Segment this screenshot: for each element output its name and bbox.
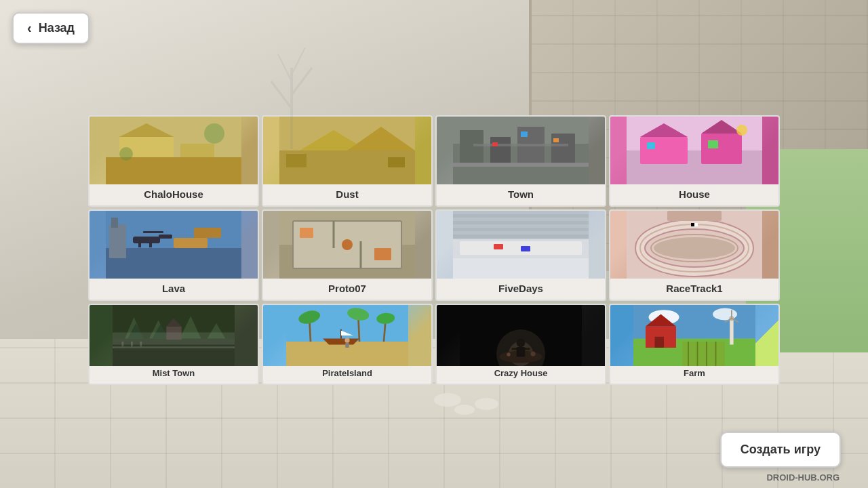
- blob-decoration: [454, 405, 475, 415]
- svg-rect-9: [106, 157, 241, 184]
- watermark: DROID-HUB.ORG: [766, 472, 840, 483]
- map-card-proto07[interactable]: Proto07: [262, 209, 433, 301]
- map-thumbnail-proto07: [263, 211, 431, 279]
- map-label-farm: Farm: [610, 366, 778, 380]
- svg-rect-47: [174, 238, 208, 248]
- map-card-pirateisland[interactable]: PirateIsland: [262, 304, 433, 385]
- map-label-dust: Dust: [263, 184, 431, 205]
- svg-point-111: [517, 339, 526, 348]
- svg-rect-43: [138, 242, 141, 247]
- svg-line-4: [292, 47, 305, 75]
- map-label-lava: Lava: [90, 279, 258, 300]
- svg-rect-54: [300, 228, 313, 238]
- map-card-town[interactable]: Town: [435, 115, 606, 207]
- svg-rect-35: [647, 142, 655, 149]
- svg-point-104: [344, 338, 349, 343]
- svg-rect-66: [494, 244, 503, 249]
- svg-rect-45: [109, 224, 126, 258]
- back-button[interactable]: ‹ Назад: [12, 12, 90, 44]
- svg-rect-77: [667, 211, 722, 221]
- map-grid: ChaloHouse Dust: [88, 115, 780, 385]
- create-game-button[interactable]: Создать игру: [720, 432, 841, 468]
- map-thumbnail-lava: [90, 211, 258, 279]
- map-label-pirateisland: PirateIsland: [263, 366, 431, 380]
- blob-decoration: [434, 393, 461, 407]
- map-card-house[interactable]: House: [609, 115, 780, 207]
- map-card-crazyhouse[interactable]: Crazy House: [435, 304, 606, 385]
- svg-rect-63: [453, 221, 589, 224]
- svg-rect-40: [133, 237, 160, 243]
- svg-rect-24: [453, 163, 589, 167]
- svg-rect-92: [113, 333, 235, 345]
- map-thumbnail-crazyhouse: [437, 305, 605, 366]
- svg-line-2: [292, 68, 312, 95]
- svg-rect-41: [159, 235, 172, 239]
- svg-rect-20: [460, 130, 484, 164]
- svg-rect-62: [453, 214, 589, 218]
- svg-rect-17: [388, 157, 405, 167]
- svg-rect-64: [453, 228, 589, 231]
- svg-rect-121: [655, 337, 665, 348]
- svg-rect-46: [111, 218, 118, 228]
- map-card-chalohouse[interactable]: ChaloHouse: [88, 115, 259, 207]
- watermark-prefix: DROID-HUB: [766, 472, 816, 483]
- map-card-lava[interactable]: Lava: [88, 209, 259, 301]
- create-game-label: Создать игру: [741, 443, 821, 456]
- map-card-fivedays[interactable]: FiveDays: [435, 209, 606, 301]
- svg-rect-122: [730, 317, 733, 345]
- back-arrow-icon: ‹: [27, 20, 32, 36]
- map-label-chalohouse: ChaloHouse: [90, 184, 258, 205]
- svg-rect-65: [453, 235, 589, 238]
- map-label-fivedays: FiveDays: [437, 279, 605, 300]
- svg-rect-36: [708, 140, 718, 148]
- svg-rect-27: [521, 131, 528, 137]
- watermark-suffix: .ORG: [817, 472, 840, 483]
- svg-point-113: [507, 352, 510, 356]
- svg-point-37: [736, 125, 747, 136]
- map-label-town: Town: [437, 184, 605, 205]
- map-thumbnail-fivedays: [437, 211, 605, 279]
- svg-point-114: [530, 351, 535, 356]
- svg-line-1: [271, 81, 292, 108]
- svg-point-73: [654, 237, 735, 259]
- map-label-crazyhouse: Crazy House: [437, 366, 605, 380]
- map-label-house: House: [610, 184, 778, 205]
- svg-line-3: [278, 54, 292, 81]
- svg-rect-42: [143, 231, 163, 233]
- back-label: Назад: [39, 21, 75, 35]
- svg-point-11: [119, 147, 133, 161]
- svg-rect-16: [286, 154, 307, 167]
- svg-rect-105: [345, 343, 349, 348]
- map-thumbnail-farm: [610, 305, 778, 366]
- svg-point-10: [204, 123, 224, 144]
- map-label-proto07: Proto07: [263, 279, 431, 300]
- svg-rect-25: [473, 144, 568, 146]
- svg-rect-112: [517, 347, 526, 357]
- svg-point-56: [342, 239, 353, 250]
- svg-rect-75: [691, 223, 694, 226]
- svg-rect-55: [374, 248, 391, 260]
- svg-rect-28: [553, 138, 559, 142]
- svg-rect-44: [149, 242, 152, 247]
- map-thumbnail-chalohouse: [90, 117, 258, 184]
- svg-rect-48: [194, 228, 221, 238]
- map-card-farm[interactable]: Farm: [609, 304, 780, 385]
- svg-rect-21: [490, 137, 511, 164]
- svg-rect-31: [640, 137, 688, 164]
- map-label-misttown: Mist Town: [90, 366, 258, 380]
- map-card-racetrack1[interactable]: RaceTrack1: [609, 209, 780, 301]
- svg-rect-32: [701, 134, 742, 164]
- map-thumbnail-racetrack1: [610, 211, 778, 279]
- plant-decoration: [258, 14, 326, 149]
- map-thumbnail-house: [610, 117, 778, 184]
- svg-rect-23: [551, 134, 575, 164]
- blob-decoration: [475, 398, 498, 410]
- svg-rect-76: [694, 223, 698, 226]
- svg-rect-26: [492, 142, 498, 146]
- map-thumbnail-pirateisland: [263, 305, 431, 366]
- map-thumbnail-misttown: [90, 305, 258, 366]
- svg-marker-101: [323, 339, 359, 345]
- map-card-misttown[interactable]: Mist Town: [88, 304, 259, 385]
- map-thumbnail-town: [437, 117, 605, 184]
- map-label-racetrack1: RaceTrack1: [610, 279, 778, 300]
